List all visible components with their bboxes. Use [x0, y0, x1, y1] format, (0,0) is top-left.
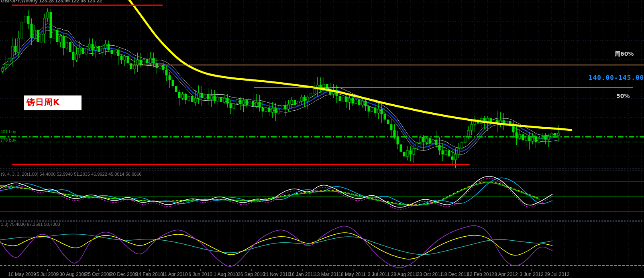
x-axis-label: 18 Dec 2011	[442, 272, 469, 277]
x-axis-label: 5 Jul 2009	[37, 272, 59, 277]
x-axis-label: 30 Aug 2009	[59, 272, 86, 277]
x-axis-label: 23 Oct 2011	[417, 272, 443, 277]
x-axis-label: 29 Jul 2012	[544, 272, 569, 277]
buy-level-label-2[interactable]: 778 buy	[0, 138, 16, 142]
x-axis-label: 6 Jun 2010	[188, 272, 212, 277]
x-axis-label: 26 Sep 2010	[238, 272, 265, 277]
x-axis-label: 3 Jul 2011	[368, 272, 390, 277]
chart-canvas[interactable]	[0, 0, 644, 278]
symbol-title: GBPJPY,Weekly 123.28 123.96 122.08 123.2…	[1, 0, 102, 4]
buy-level-label-1[interactable]: 401 buy	[0, 129, 16, 134]
x-axis-label: 25 Oct 2009	[86, 272, 112, 277]
x-axis-label: 8 Apr 2012	[495, 272, 518, 277]
momentum-indicator-label: 1.3) 75.4830 67.3591 50.7308	[1, 222, 60, 227]
x-axis-label: 20 Dec 2009	[110, 272, 138, 277]
fib-50-label[interactable]: 50%	[616, 93, 630, 99]
price-label-box[interactable]: 镑日周K	[24, 95, 82, 110]
x-axis-label: 13 Mar 2011	[314, 272, 341, 277]
x-axis-label: 14 Feb 2010	[136, 272, 163, 277]
x-axis-label: 8 May 2011	[341, 272, 366, 277]
stochastic-indicator-label: (9, 4, 3, 3, 20(1.00) 54.4006 52.9948 51…	[1, 172, 141, 177]
x-axis-label: 16 Jan 2011	[289, 272, 315, 277]
fib-60-label[interactable]: 周60%	[615, 51, 634, 58]
target-range-label[interactable]: 140.00-145.00	[589, 74, 644, 81]
chart-window: GBPJPY,Weekly 123.28 123.96 122.08 123.2…	[0, 0, 644, 278]
x-axis-label: 1 Aug 2010	[214, 272, 238, 277]
x-axis-label: 21 Nov 2010	[263, 272, 290, 277]
x-axis-label: 10 May 2009	[8, 272, 36, 277]
x-axis-label: 12 Feb 2012	[467, 272, 494, 277]
x-axis-label: 3 Jun 2012	[520, 272, 543, 277]
x-axis-label: 11 Apr 2010	[162, 272, 188, 277]
x-axis-label: 28 Aug 2011	[391, 272, 418, 277]
price-label-text: 镑日周K	[24, 95, 82, 108]
